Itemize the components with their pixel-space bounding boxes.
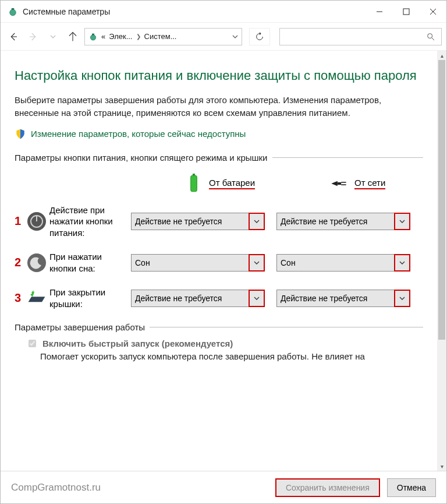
power-button-battery-select[interactable]: Действие не требуется	[131, 213, 265, 230]
svg-line-12	[432, 38, 434, 40]
section-title: Параметры кнопки питания, кнопки спящего…	[15, 153, 268, 163]
fast-startup-desc: Помогает ускорить запуск компьютера посл…	[40, 351, 423, 361]
sleep-button-icon	[26, 252, 47, 273]
sleep-button-plugged-select[interactable]: Сон	[276, 254, 410, 272]
svg-rect-10	[92, 33, 94, 35]
minimize-button[interactable]	[366, 1, 393, 22]
setting-row-lid-close: 3 При закрытии крышки: Действие не требу…	[15, 287, 423, 309]
svg-point-11	[428, 33, 432, 38]
navbar: « Элек... ❯ Систем...	[1, 23, 446, 51]
divider	[150, 327, 423, 327]
refresh-button[interactable]	[249, 28, 270, 45]
address-bar[interactable]: « Элек... ❯ Систем...	[84, 28, 242, 45]
column-plugged-label: От сети	[354, 178, 385, 189]
shield-icon	[15, 128, 26, 140]
battery-icon	[183, 173, 204, 194]
row-label: При нажатии кнопки сна:	[49, 251, 131, 274]
sleep-button-battery-select[interactable]: Сон	[131, 254, 265, 272]
scroll-up-icon[interactable]: ▴	[437, 51, 446, 60]
watermark: CompGramotnost.ru	[11, 482, 268, 494]
window-title: Системные параметры	[23, 7, 366, 16]
cancel-button[interactable]: Отмена	[387, 478, 436, 497]
close-button[interactable]	[420, 1, 446, 22]
page-description: Выберите параметры завершения работы для…	[15, 94, 423, 120]
up-button[interactable]	[65, 29, 81, 45]
search-box[interactable]	[279, 28, 442, 45]
row-label: При закрытии крышки:	[49, 287, 131, 309]
maximize-button[interactable]	[393, 1, 420, 22]
svg-point-9	[90, 34, 95, 40]
svg-rect-13	[191, 175, 197, 192]
svg-point-0	[10, 9, 16, 16]
svg-rect-1	[12, 8, 15, 10]
page-heading: Настройка кнопок питания и включение защ…	[15, 67, 423, 84]
titlebar: Системные параметры	[1, 1, 446, 23]
plug-icon	[329, 173, 350, 194]
power-button-icon	[26, 211, 47, 232]
scrollbar[interactable]: ▴ ▾	[437, 51, 446, 471]
app-icon	[8, 6, 18, 17]
window: Системные параметры « Элек... ❯ Систем..…	[0, 0, 447, 504]
fast-startup-checkbox	[29, 340, 36, 347]
search-icon	[426, 32, 435, 41]
row-number: 2	[15, 256, 26, 269]
chevron-down-icon[interactable]	[232, 34, 238, 40]
footer: CompGramotnost.ru Сохранить изменения От…	[1, 471, 446, 503]
breadcrumb-prefix: «	[101, 32, 105, 41]
lid-plugged-select[interactable]: Действие не требуется	[276, 290, 410, 307]
change-unavailable-link[interactable]: Изменение параметров, которые сейчас нед…	[31, 129, 246, 139]
forward-button[interactable]	[25, 29, 41, 45]
power-button-plugged-select[interactable]: Действие не требуется	[276, 213, 410, 230]
recent-dropdown[interactable]	[45, 29, 61, 45]
back-button[interactable]	[5, 29, 22, 45]
chevron-right-icon: ❯	[136, 33, 141, 40]
setting-row-sleep-button: 2 При нажатии кнопки сна: Сон Сон	[15, 251, 423, 274]
row-number: 1	[15, 214, 26, 228]
row-label: Действие при нажатии кнопки питания:	[49, 205, 131, 239]
row-number: 3	[15, 291, 26, 305]
fast-startup-label: Включить быстрый запуск (рекомендуется)	[42, 339, 233, 348]
address-icon	[88, 32, 98, 41]
svg-rect-15	[338, 182, 341, 185]
divider	[272, 157, 423, 158]
lid-close-icon	[26, 288, 47, 309]
breadcrumb-item[interactable]: Систем...	[144, 32, 177, 41]
breadcrumb-item[interactable]: Элек...	[109, 32, 132, 41]
lid-battery-select[interactable]: Действие не требуется	[131, 290, 265, 307]
setting-row-power-button: 1 Действие при нажатии кнопки питания: Д…	[15, 205, 423, 239]
svg-rect-3	[403, 9, 409, 15]
save-button[interactable]: Сохранить изменения	[275, 478, 380, 497]
scroll-down-icon[interactable]: ▾	[437, 461, 446, 471]
column-battery-label: От батареи	[209, 178, 255, 189]
section-title: Параметры завершения работы	[15, 322, 145, 332]
scroll-thumb[interactable]	[438, 60, 445, 340]
svg-rect-14	[193, 174, 195, 175]
content-area: Настройка кнопок питания и включение защ…	[1, 51, 446, 471]
